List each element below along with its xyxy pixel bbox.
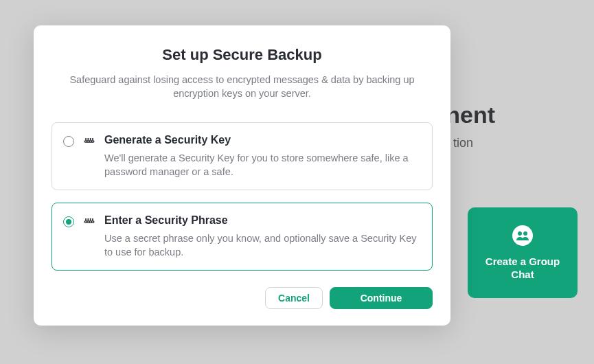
group-chat-icon [512,225,534,247]
svg-point-11 [92,141,93,142]
option-description: We'll generate a Security Key for you to… [104,152,420,179]
option-body: Enter a Security Phrase Use a secret phr… [104,214,420,259]
option-body: Generate a Security Key We'll generate a… [104,134,420,179]
svg-rect-5 [88,138,89,140]
option-title: Generate a Security Key [104,134,420,146]
backup-options: Generate a Security Key We'll generate a… [34,122,450,271]
background-heading-fragment: nent [446,102,495,128]
svg-rect-14 [88,218,89,220]
radio-enter-phrase[interactable] [63,216,74,227]
passphrase-icon [82,215,96,259]
option-generate-security-key[interactable]: Generate a Security Key We'll generate a… [52,122,433,190]
svg-point-0 [512,225,533,246]
svg-point-20 [92,221,93,223]
svg-point-9 [88,141,89,142]
svg-rect-15 [90,218,91,220]
svg-point-8 [85,141,87,142]
svg-rect-13 [85,218,87,220]
svg-rect-16 [92,218,93,220]
svg-rect-6 [90,138,91,140]
modal-actions: Cancel Continue [34,271,450,309]
svg-point-10 [90,141,91,142]
radio-generate-key[interactable] [63,136,74,147]
svg-point-1 [518,231,522,236]
option-description: Use a secret phrase only you know, and o… [104,232,420,259]
continue-button[interactable]: Continue [330,287,433,309]
option-title: Enter a Security Phrase [104,214,420,227]
key-icon [82,135,96,179]
svg-point-17 [85,221,87,223]
modal-title: Set up Secure Backup [34,46,450,73]
modal-description: Safeguard against losing access to encry… [34,73,450,122]
create-group-chat-card[interactable]: Create a Group Chat [468,207,578,298]
create-group-chat-label: Create a Group Chat [475,255,571,282]
secure-backup-modal: Set up Secure Backup Safeguard against l… [34,25,450,326]
background-subheading-fragment: tion [453,136,473,150]
svg-point-19 [90,221,91,223]
svg-rect-4 [85,138,87,140]
option-enter-security-phrase[interactable]: Enter a Security Phrase Use a secret phr… [52,203,433,271]
svg-point-18 [88,221,89,223]
cancel-button[interactable]: Cancel [265,287,323,309]
svg-rect-7 [92,138,93,140]
svg-point-2 [523,231,527,236]
